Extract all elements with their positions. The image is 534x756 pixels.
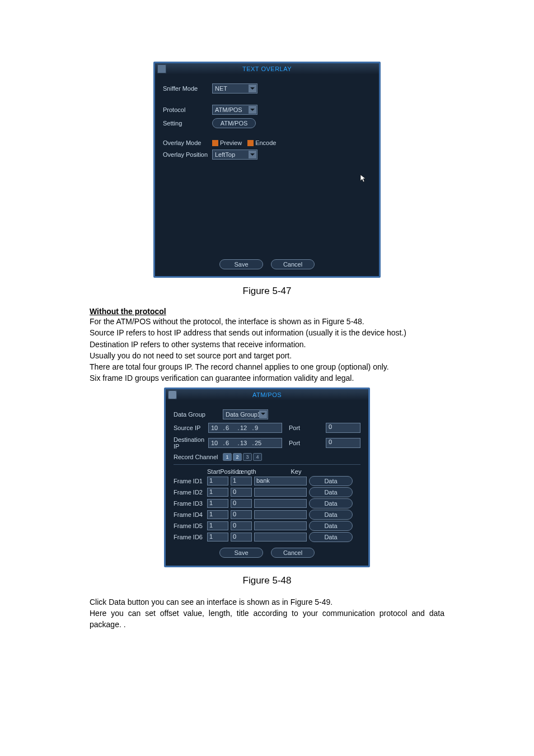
body-text: There are total four groups IP. The reco… xyxy=(90,361,444,372)
window-titlebar: TEXT OVERLAY xyxy=(155,63,379,74)
source-port-input[interactable]: 0 xyxy=(326,423,360,433)
data-group-value: Data Group1 xyxy=(226,411,261,418)
length-input[interactable]: 0 xyxy=(231,521,252,530)
start-position-input[interactable]: 1 xyxy=(207,533,228,542)
body-text: Click Data button you can see an interfa… xyxy=(90,596,444,608)
key-input[interactable] xyxy=(254,499,307,508)
destination-port-input[interactable]: 0 xyxy=(326,438,360,448)
protocol-dropdown[interactable]: ATM/POS xyxy=(212,105,257,115)
data-button[interactable]: Data xyxy=(309,510,353,520)
text-overlay-window: TEXT OVERLAY Sniffer Mode NET Protocol A… xyxy=(153,62,381,278)
data-button[interactable]: Data xyxy=(309,532,353,542)
record-channel-2[interactable]: 2 xyxy=(233,453,242,461)
source-ip-label: Source IP xyxy=(174,424,208,431)
record-channel-label: Record Channel xyxy=(174,454,223,460)
length-input[interactable]: 0 xyxy=(231,488,252,497)
start-position-input[interactable]: 1 xyxy=(207,521,228,530)
window-titlebar: ATM/POS xyxy=(166,389,368,400)
body-text: Destination IP refers to other systems t… xyxy=(90,339,444,350)
data-button[interactable]: Data xyxy=(309,498,353,508)
window-title: TEXT OVERLAY xyxy=(242,66,292,72)
cancel-button[interactable]: Cancel xyxy=(271,259,315,269)
setting-label: Setting xyxy=(163,120,212,127)
encode-checkbox[interactable]: Encode xyxy=(247,139,276,146)
body-text: Source IP refers to host IP address that… xyxy=(90,327,444,338)
record-channel-3[interactable]: 3 xyxy=(243,453,252,461)
data-group-label: Data Group xyxy=(174,411,223,418)
port-label: Port xyxy=(289,440,324,446)
body-text: For the ATM/POS without the protocol, th… xyxy=(90,316,444,327)
frame-id-label: Frame ID5 xyxy=(174,522,205,529)
atm-pos-setting-button[interactable]: ATM/POS xyxy=(212,118,256,128)
body-text: Usually you do not need to set source po… xyxy=(90,350,444,361)
frame-id-label: Frame ID6 xyxy=(174,534,205,540)
frame-row: Frame ID111bankData xyxy=(174,476,360,486)
save-button[interactable]: Save xyxy=(219,548,263,558)
cursor-icon xyxy=(360,174,367,183)
checkbox-icon xyxy=(212,140,218,146)
record-channel-4[interactable]: 4 xyxy=(253,453,262,461)
frame-id-label: Frame ID3 xyxy=(174,500,205,507)
data-button[interactable]: Data xyxy=(309,521,353,531)
start-position-input[interactable]: 1 xyxy=(207,488,228,497)
length-input[interactable]: 1 xyxy=(231,477,252,486)
overlay-position-dropdown[interactable]: LeftTop xyxy=(212,150,257,160)
sniffer-mode-dropdown[interactable]: NET xyxy=(212,83,257,94)
port-label: Port xyxy=(289,424,324,431)
frame-row: Frame ID310Data xyxy=(174,498,360,508)
chevron-down-icon xyxy=(249,85,256,92)
figure-caption: Figure 5-47 xyxy=(90,286,444,297)
key-input[interactable] xyxy=(254,533,307,542)
frame-id-label: Frame ID4 xyxy=(174,511,205,518)
section-heading: Without the protocol xyxy=(90,307,444,316)
source-ip-input[interactable]: 10. 6. 12. 9 xyxy=(208,423,282,433)
record-channel-group: 1234 xyxy=(223,453,263,461)
body-text: Six frame ID groups verification can gua… xyxy=(90,372,444,384)
chevron-down-icon xyxy=(249,106,256,114)
overlay-mode-label: Overlay Mode xyxy=(163,139,212,146)
sniffer-mode-value: NET xyxy=(215,85,227,92)
overlay-position-value: LeftTop xyxy=(215,151,235,158)
data-button[interactable]: Data xyxy=(309,476,353,486)
record-channel-1[interactable]: 1 xyxy=(223,453,232,461)
frame-row: Frame ID510Data xyxy=(174,521,360,531)
frame-id-label: Frame ID2 xyxy=(174,489,205,496)
start-position-input[interactable]: 1 xyxy=(207,477,228,486)
length-input[interactable]: 0 xyxy=(231,510,252,519)
destination-ip-label: Destination IP xyxy=(174,436,208,450)
start-position-input[interactable]: 1 xyxy=(207,510,228,519)
window-icon xyxy=(168,390,177,399)
data-group-dropdown[interactable]: Data Group1 xyxy=(223,409,268,419)
start-position-input[interactable]: 1 xyxy=(207,499,228,508)
protocol-label: Protocol xyxy=(163,106,212,113)
body-text: Here you can set offset value, length, t… xyxy=(90,608,444,631)
length-input[interactable]: 0 xyxy=(231,533,252,542)
checkbox-icon xyxy=(247,140,254,146)
frame-row: Frame ID210Data xyxy=(174,487,360,497)
key-input[interactable] xyxy=(254,510,307,519)
key-input[interactable] xyxy=(254,488,307,497)
save-button[interactable]: Save xyxy=(219,259,263,269)
sniffer-mode-label: Sniffer Mode xyxy=(163,85,212,92)
key-input[interactable]: bank xyxy=(254,477,307,486)
frame-row: Frame ID410Data xyxy=(174,510,360,520)
window-title: ATM/POS xyxy=(252,391,282,398)
cancel-button[interactable]: Cancel xyxy=(271,548,315,558)
length-input[interactable]: 0 xyxy=(231,499,252,508)
frame-id-label: Frame ID1 xyxy=(174,478,205,484)
destination-ip-input[interactable]: 10. 6. 13. 25 xyxy=(208,438,282,448)
figure-caption: Figure 5-48 xyxy=(90,575,444,586)
frame-table-header: StartPosition Length Key xyxy=(174,468,360,475)
divider xyxy=(174,464,360,465)
data-button[interactable]: Data xyxy=(309,487,353,497)
frame-row: Frame ID610Data xyxy=(174,532,360,542)
preview-checkbox[interactable]: Preview xyxy=(212,139,242,146)
overlay-position-label: Overlay Position xyxy=(163,151,212,158)
window-icon xyxy=(157,64,166,73)
key-input[interactable] xyxy=(254,521,307,530)
chevron-down-icon xyxy=(259,410,267,418)
chevron-down-icon xyxy=(249,151,256,158)
protocol-value: ATM/POS xyxy=(215,106,242,113)
atm-pos-window: ATM/POS Data Group Data Group1 Source IP… xyxy=(164,388,370,567)
